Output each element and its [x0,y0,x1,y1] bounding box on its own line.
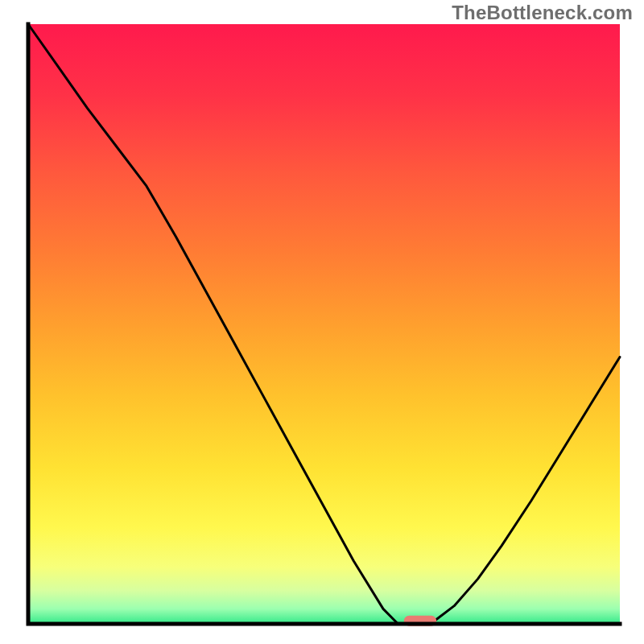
chart-container: TheBottleneck.com [0,0,644,644]
plot-background [28,24,620,624]
bottleneck-chart [0,0,644,644]
